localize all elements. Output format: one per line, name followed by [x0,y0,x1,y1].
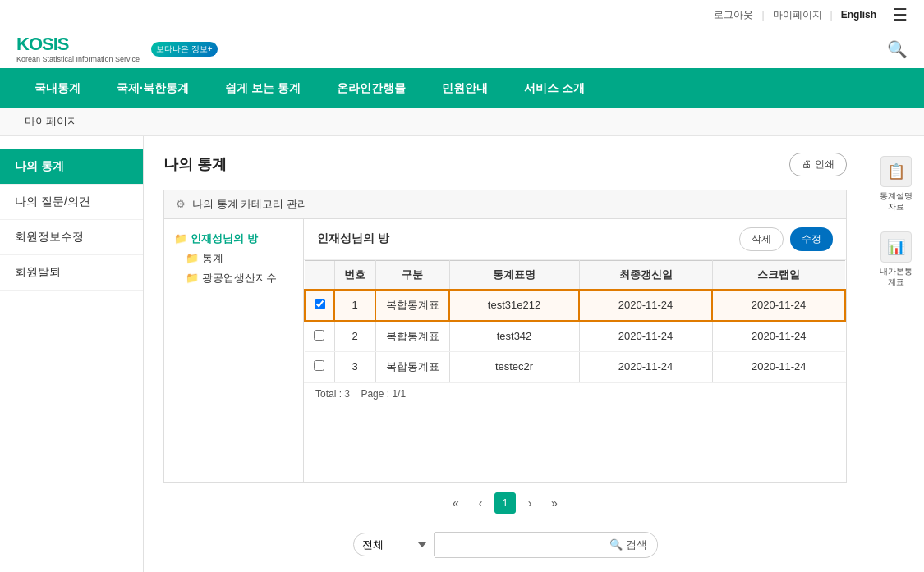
table-area: 인재성님의 방 삭제 수정 번호 구분 통계표명 [304,219,846,482]
total-count: Total : 3 [315,388,350,400]
right-sidebar: 📋 통계설명자료 📊 내가본통계표 [867,136,924,572]
panel-header-left: ⚙ 나의 통계 카테고리 관리 [176,197,308,212]
table-row[interactable]: 3 복합통계표 testec2r 2020-11-24 2020-11-24 [305,351,845,382]
tree-item-stats[interactable]: 📁 통계 [186,249,293,268]
table-footer: Total : 3 Page : 1/1 [304,382,846,405]
page-1[interactable]: 1 [494,492,516,514]
my-stats-button[interactable]: 📊 내가본통계표 [871,225,921,294]
breadcrumb: 마이페이지 [0,108,924,136]
print-button[interactable]: 🖨 인쇄 [789,153,847,176]
page-first[interactable]: « [445,492,467,514]
stats-table: 번호 구분 통계표명 최종갱신일 스크랩일 1 복합통계표 test31e212… [304,260,846,382]
table-row[interactable]: 1 복합통계표 test31e212 2020-11-24 2020-11-24 [305,290,845,321]
row-name-1[interactable]: test342 [449,321,579,352]
table-row[interactable]: 2 복합통계표 test342 2020-11-24 2020-11-24 [305,321,845,352]
header-search-icon[interactable]: 🔍 [887,39,908,59]
row-type-2: 복합통계표 [375,351,449,382]
page-title: 나의 통계 [163,154,227,174]
row-type-0: 복합통계표 [375,290,449,321]
my-stats-icon: 📊 [880,231,912,263]
hamburger-icon[interactable]: ☰ [893,5,908,25]
row-checkbox-0[interactable] [305,290,334,321]
pagination: « ‹ 1 › » [163,483,847,524]
logo-badge: 보다나은 정보+ [151,42,218,57]
row-name-2[interactable]: testec2r [449,351,579,382]
content-header: 나의 통계 🖨 인쇄 [163,153,847,176]
printer-icon: 🖨 [802,158,811,170]
section-title: 인재성님의 방 [317,231,389,246]
row-no-1: 2 [334,321,375,352]
nav-online[interactable]: 온라인간행물 [319,70,424,108]
row-scraped-1: 2020-11-24 [712,321,845,352]
content-area: 나의 통계 🖨 인쇄 ⚙ 나의 통계 카테고리 관리 📁 인재성님의 방 [144,136,867,572]
edit-button[interactable]: 수정 [790,227,833,251]
header: KOSIS Korean Statistical Information Ser… [0,30,924,70]
row-no-2: 3 [334,351,375,382]
search-icon: 🔍 [609,538,623,551]
col-type: 구분 [375,260,449,290]
col-scraped: 스크랩일 [712,260,845,290]
delete-button[interactable]: 삭제 [739,227,784,251]
page-prev[interactable]: ‹ [470,492,491,514]
folder-icon-root: 📁 [174,232,187,245]
mypage-link[interactable]: 마이페이지 [773,8,822,22]
nav-intl-nk[interactable]: 국제·북한통계 [99,70,207,108]
category-manage-label[interactable]: 나의 통계 카테고리 관리 [192,197,308,212]
page-info: Page : 1/1 [361,388,406,400]
kosis-logo: KOSIS [16,34,68,54]
section-actions: 삭제 수정 [739,227,833,251]
sidebar-item-account-edit[interactable]: 회원정보수정 [0,220,143,255]
nav-civil[interactable]: 민원안내 [424,70,506,108]
col-updated: 최종갱신일 [579,260,712,290]
nav-service[interactable]: 서비스 소개 [506,70,603,108]
tree-item-industrial[interactable]: 📁 광공업생산지수 [186,268,293,288]
panel-inner: 📁 인재성님의 방 📁 통계 📁 광공업생산지수 [164,219,846,482]
logout-link[interactable]: 로그아웃 [714,8,753,22]
gear-icon: ⚙ [176,198,186,210]
folder-icon-stats: 📁 [186,252,199,264]
main-nav: 국내통계 국제·북한통계 쉽게 보는 통계 온라인간행물 민원안내 서비스 소개 [0,70,924,108]
page-next[interactable]: › [519,492,540,514]
top-bar: 로그아웃 | 마이페이지 | English ☰ [0,0,924,30]
search-bar: 전체 🔍 검색 [163,524,847,570]
sidebar-item-my-qna[interactable]: 나의 질문/의견 [0,185,143,220]
panel-header: ⚙ 나의 통계 카테고리 관리 [164,190,846,219]
stats-guide-button[interactable]: 📋 통계설명자료 [871,149,921,218]
row-scraped-2: 2020-11-24 [712,351,845,382]
my-stats-label: 내가본통계표 [876,266,916,287]
row-name-0[interactable]: test31e212 [449,290,579,321]
tree-root[interactable]: 📁 인재성님의 방 [174,229,293,249]
folder-icon-industrial: 📁 [186,272,199,284]
logo[interactable]: KOSIS Korean Statistical Information Ser… [16,34,218,65]
search-submit-button[interactable]: 🔍 검색 [600,533,657,557]
main-layout: 나의 통계 나의 질문/의견 회원정보수정 회원탈퇴 나의 통계 🖨 인쇄 ⚙ … [0,136,924,572]
sidebar: 나의 통계 나의 질문/의견 회원정보수정 회원탈퇴 [0,136,144,572]
col-no: 번호 [334,260,375,290]
search-input-wrap: 🔍 검색 [435,532,658,558]
tree-panel: 📁 인재성님의 방 📁 통계 📁 광공업생산지수 [164,219,304,482]
page-last[interactable]: » [544,492,565,514]
row-checkbox-1[interactable] [305,321,334,352]
section-title-bar: 인재성님의 방 삭제 수정 [304,219,846,260]
search-select[interactable]: 전체 [353,533,435,556]
row-checkbox-2[interactable] [305,351,334,382]
row-updated-2: 2020-11-24 [579,351,712,382]
stats-guide-label: 통계설명자료 [876,190,916,212]
row-no-0: 1 [334,290,375,321]
row-type-1: 복합통계표 [375,321,449,352]
sidebar-item-my-stats[interactable]: 나의 통계 [0,149,143,185]
nav-domestic[interactable]: 국내통계 [16,70,99,108]
logo-subtitle: Korean Statistical Information Service [16,55,140,65]
stats-panel: ⚙ 나의 통계 카테고리 관리 📁 인재성님의 방 📁 통계 [163,190,847,483]
sidebar-item-withdraw[interactable]: 회원탈퇴 [0,255,143,291]
row-scraped-0: 2020-11-24 [712,290,845,321]
col-checkbox [305,260,334,290]
stats-guide-icon: 📋 [880,156,912,187]
nav-easy[interactable]: 쉽게 보는 통계 [207,70,319,108]
row-updated-0: 2020-11-24 [579,290,712,321]
col-name: 통계표명 [449,260,579,290]
search-input[interactable] [435,533,600,557]
english-link[interactable]: English [841,9,876,21]
row-updated-1: 2020-11-24 [579,321,712,352]
